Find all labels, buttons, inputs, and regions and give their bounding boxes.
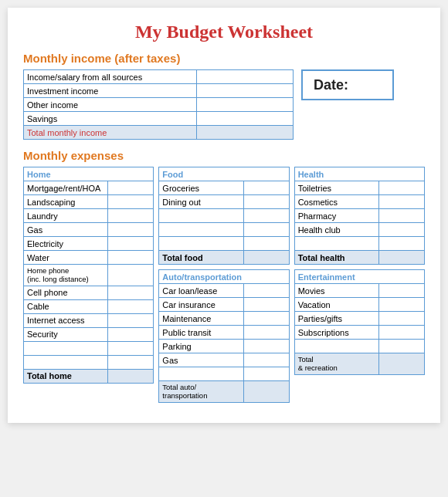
page: My Budget Worksheet Monthly income (afte… [8,8,440,423]
expenses-section: Monthly expenses HomeMortgage/rent/HOALa… [23,149,425,407]
income-table: Income/salary from all sourcesInvestment… [23,69,294,140]
date-box: Date: [301,69,394,100]
home-table: HomeMortgage/rent/HOALandscapingLaundryG… [23,167,154,384]
entertainment-table: EntertainmentMoviesVacationParties/gifts… [294,269,425,375]
food-table: FoodGroceriesDining outTotal food [158,167,289,265]
expenses-grid: HomeMortgage/rent/HOALandscapingLaundryG… [23,167,425,407]
home-column: HomeMortgage/rent/HOALandscapingLaundryG… [23,167,154,388]
auto-table: Auto/transportationCar loan/leaseCar ins… [158,269,289,403]
income-section-title: Monthly income (after taxes) [23,52,425,65]
expenses-section-title: Monthly expenses [23,149,425,162]
page-title: My Budget Worksheet [23,22,425,42]
food-auto-column: FoodGroceriesDining outTotal food Auto/t… [158,167,289,407]
health-entertainment-column: HealthToiletriesCosmeticsPharmacyHealth … [294,167,425,380]
health-table: HealthToiletriesCosmeticsPharmacyHealth … [294,167,425,265]
income-section: Monthly income (after taxes) Income/sala… [23,52,425,140]
